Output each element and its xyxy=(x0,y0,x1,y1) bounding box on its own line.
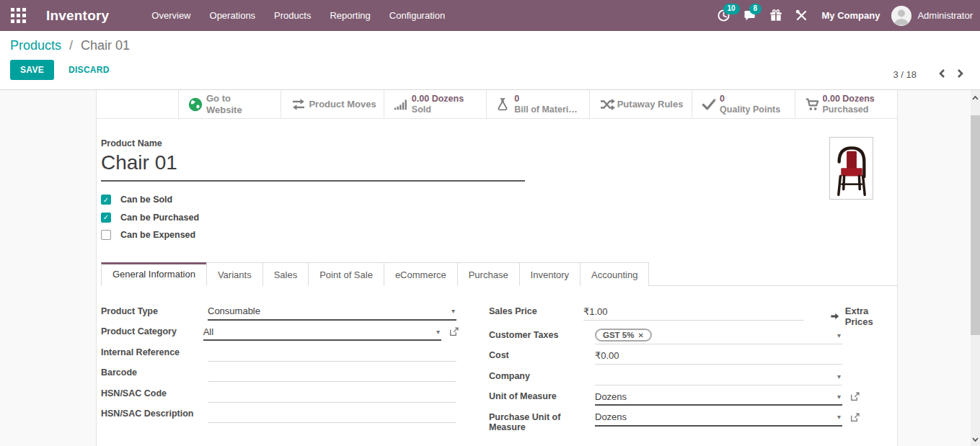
apps-menu-icon[interactable] xyxy=(6,4,30,28)
notebook-tabs: General Information Variants Sales Point… xyxy=(101,262,897,286)
shuffle-icon xyxy=(599,97,617,112)
scroll-down-icon[interactable] xyxy=(971,434,980,445)
arrow-right-icon xyxy=(830,311,839,321)
messages-badge: 8 xyxy=(749,4,762,14)
save-button[interactable]: SAVE xyxy=(10,60,54,80)
bar-chart-icon xyxy=(393,97,412,112)
check-icon xyxy=(701,97,720,112)
stat-label: Putaway Rules xyxy=(617,99,684,110)
messages-button[interactable]: 8 xyxy=(737,3,763,29)
chevron-down-icon: ▾ xyxy=(451,307,455,315)
chevron-down-icon: ▾ xyxy=(837,331,841,339)
field-label: Purchase Unit of Measure xyxy=(489,409,595,432)
product-type-row: Product Type Consumable ▾ xyxy=(101,303,459,324)
stat-label: Sold xyxy=(412,104,464,115)
content-area: Go to Website Product Moves xyxy=(0,90,980,446)
globe-icon xyxy=(187,97,206,112)
sold-stat-button[interactable]: 0.00 Dozens Sold xyxy=(384,90,486,118)
tab-ecommerce[interactable]: eCommerce xyxy=(384,262,458,286)
menu-operations[interactable]: Operations xyxy=(200,1,265,30)
purchase-uom-row: Purchase Unit of Measure Dozens ▾ xyxy=(489,409,893,432)
pager-next-button[interactable] xyxy=(951,67,970,82)
menu-overview[interactable]: Overview xyxy=(142,1,200,30)
menu-configuration[interactable]: Configuration xyxy=(380,1,454,30)
user-menu[interactable]: Administrator xyxy=(891,6,973,26)
swap-arrows-icon xyxy=(290,97,309,112)
external-link-icon[interactable] xyxy=(449,324,459,340)
company-select[interactable]: ▾ xyxy=(595,368,842,385)
can-be-expensed-checkbox[interactable]: ✓ Can be Expensed xyxy=(101,226,897,244)
menu-reporting[interactable]: Reporting xyxy=(320,1,379,30)
tab-point-of-sale[interactable]: Point of Sale xyxy=(308,262,384,286)
tax-tag[interactable]: GST 5% ✕ xyxy=(595,329,652,342)
external-link-icon[interactable] xyxy=(849,388,860,405)
pager-previous-button[interactable] xyxy=(932,67,951,82)
support-tools-button[interactable] xyxy=(789,3,815,29)
cost-input[interactable]: ₹0.00 xyxy=(595,347,842,365)
bill-of-materials-button[interactable]: 0 Bill of Materi… xyxy=(486,90,588,118)
uom-select[interactable]: Dozens ▾ xyxy=(595,388,842,406)
breadcrumb-products[interactable]: Products xyxy=(10,38,61,53)
chevron-down-icon: ▾ xyxy=(436,328,440,336)
field-label: Product Type xyxy=(101,303,208,316)
stat-button-bar: Go to Website Product Moves xyxy=(97,90,897,119)
internal-reference-input[interactable] xyxy=(208,344,456,362)
scroll-up-icon[interactable] xyxy=(971,93,980,103)
tab-sales[interactable]: Sales xyxy=(262,262,309,286)
field-label: Company xyxy=(489,368,595,381)
product-image[interactable] xyxy=(829,137,873,200)
product-name-field[interactable] xyxy=(101,151,525,182)
tab-general-information[interactable]: General Information xyxy=(101,262,207,286)
rewards-button[interactable] xyxy=(763,3,789,29)
barcode-input[interactable] xyxy=(208,365,456,382)
capability-checkboxes: ✓ Can be Sold ✓ Can be Purchased ✓ Can b… xyxy=(101,191,897,244)
product-moves-button[interactable]: Product Moves xyxy=(281,90,383,118)
go-to-website-button[interactable]: Go to Website xyxy=(178,90,281,118)
can-be-sold-checkbox[interactable]: ✓ Can be Sold xyxy=(101,191,897,209)
app-title[interactable]: Inventory xyxy=(46,8,109,24)
grid-icon xyxy=(11,8,26,23)
putaway-rules-button[interactable]: Putaway Rules xyxy=(589,90,692,118)
tab-variants[interactable]: Variants xyxy=(206,262,263,286)
product-category-select[interactable]: All ▾ xyxy=(203,324,441,341)
chevron-down-icon: ▾ xyxy=(837,373,841,380)
tab-inventory[interactable]: Inventory xyxy=(519,262,581,286)
hsn-description-row: HSN/SAC Description xyxy=(101,406,459,427)
external-link-icon[interactable] xyxy=(849,409,860,426)
checkbox-label: Can be Purchased xyxy=(120,213,199,223)
quality-points-button[interactable]: 0 Quality Points xyxy=(692,90,794,118)
tab-accounting[interactable]: Accounting xyxy=(580,262,649,286)
vertical-scrollbar[interactable] xyxy=(971,90,980,446)
scrollbar-thumb[interactable] xyxy=(971,115,980,335)
general-information-panel: Product Type Consumable ▾ Product Catego… xyxy=(101,303,897,432)
chevron-right-icon xyxy=(957,68,964,79)
product-name-input[interactable] xyxy=(101,151,525,174)
stat-value: 0.00 Dozens xyxy=(412,94,464,104)
barcode-row: Barcode xyxy=(101,365,459,385)
main-menu: Overview Operations Products Reporting C… xyxy=(142,0,454,31)
product-type-select[interactable]: Consumable ▾ xyxy=(208,303,456,321)
hsn-code-input[interactable] xyxy=(208,385,456,403)
activities-button[interactable]: 10 xyxy=(711,3,737,29)
tab-purchase[interactable]: Purchase xyxy=(457,262,520,286)
hsn-code-row: HSN/SAC Code xyxy=(101,385,459,406)
company-switcher[interactable]: My Company xyxy=(815,10,892,21)
stat-label: Go to Website xyxy=(206,93,251,115)
purchase-uom-select[interactable]: Dozens ▾ xyxy=(595,409,842,427)
can-be-purchased-checkbox[interactable]: ✓ Can be Purchased xyxy=(101,209,897,227)
customer-taxes-select[interactable]: GST 5% ✕ ▾ xyxy=(595,327,842,344)
company-row: Company ▾ xyxy=(489,368,893,389)
menu-products[interactable]: Products xyxy=(265,1,320,30)
extra-prices-button[interactable]: Extra Prices xyxy=(830,303,893,327)
hsn-description-input[interactable] xyxy=(208,406,456,423)
flask-icon xyxy=(495,97,514,112)
purchased-stat-button[interactable]: 0.00 Dozens Purchased xyxy=(795,90,897,118)
discard-button[interactable]: DISCARD xyxy=(69,65,110,75)
remove-tag-icon[interactable]: ✕ xyxy=(637,331,643,339)
breadcrumb-current: Chair 01 xyxy=(81,38,130,53)
sales-price-input[interactable]: ₹1.00 xyxy=(583,303,804,321)
field-label: Customer Taxes xyxy=(489,327,595,340)
chevron-down-icon: ▾ xyxy=(837,393,841,401)
sales-price-row: Sales Price ₹1.00 Extra Prices xyxy=(489,303,893,327)
cart-icon xyxy=(804,97,823,112)
